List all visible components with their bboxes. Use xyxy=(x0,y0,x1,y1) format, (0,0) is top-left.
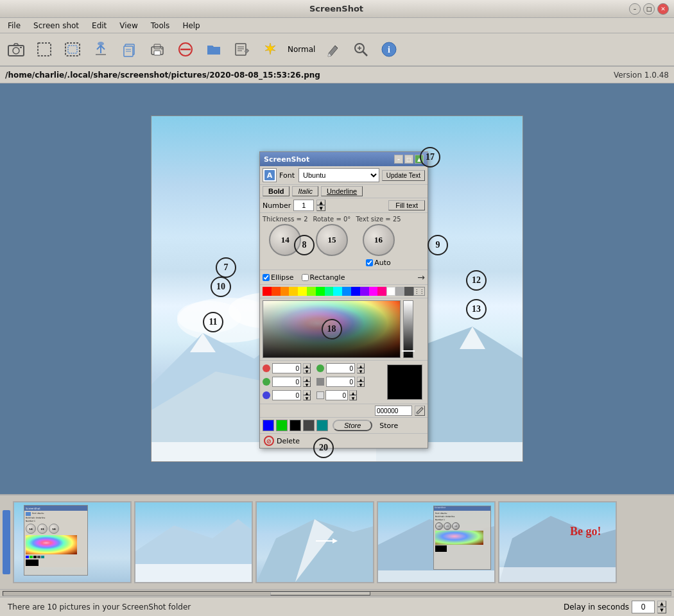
swatch-pure-blue[interactable] xyxy=(351,287,360,296)
ellipse-checkbox[interactable] xyxy=(263,274,270,281)
swatch-cyan[interactable] xyxy=(333,287,342,296)
delay-up-button[interactable]: ▲ xyxy=(657,601,666,607)
thumbnail-1[interactable]: ScreenShot Font Ubuntu Bold Italic Under… xyxy=(13,501,132,583)
hex-color-input[interactable]: 000000 xyxy=(375,406,412,416)
menu-file[interactable]: File xyxy=(3,20,26,31)
rectangle-checkbox[interactable] xyxy=(302,274,309,281)
delay-input[interactable] xyxy=(632,601,655,613)
maximize-button[interactable]: □ xyxy=(643,3,655,15)
highlight-tool-button[interactable] xyxy=(257,36,284,63)
menu-screenshot[interactable]: Screen shot xyxy=(28,20,84,31)
thumbnail-4[interactable]: ScreenShot Font Ubuntu Bold Italic Under… xyxy=(377,501,496,583)
upload-tool-button[interactable] xyxy=(87,36,114,63)
delay-down-button[interactable]: ▼ xyxy=(657,607,666,613)
alpha3-input[interactable] xyxy=(325,390,348,400)
zoom-tool-button[interactable] xyxy=(347,36,374,63)
blue-up[interactable]: ▲ xyxy=(303,390,311,395)
swatch-yellow-green[interactable] xyxy=(307,287,316,296)
alpha3-up[interactable]: ▲ xyxy=(349,390,357,395)
alpha1-down[interactable]: ▼ xyxy=(357,368,365,373)
quick-swatch-blue[interactable] xyxy=(263,420,274,431)
number-up-button[interactable]: ▲ xyxy=(316,200,325,205)
menu-help[interactable]: Help xyxy=(177,20,205,31)
swatch-red-orange[interactable] xyxy=(272,287,281,296)
close-button[interactable]: ✕ xyxy=(657,3,669,15)
print-tool-button[interactable] xyxy=(144,36,171,63)
alpha1-up[interactable]: ▲ xyxy=(357,363,365,368)
swatch-yellow[interactable] xyxy=(289,287,298,296)
alpha3-down[interactable]: ▼ xyxy=(349,395,357,400)
number-down-button[interactable]: ▼ xyxy=(316,205,325,211)
font-icon-button[interactable]: A xyxy=(263,168,277,182)
number-input[interactable] xyxy=(293,200,314,211)
dialog-close-button[interactable]: ▲ xyxy=(415,155,424,164)
thumbnail-5[interactable]: Be go! xyxy=(498,501,617,583)
dialog-maximize-button[interactable]: □ xyxy=(404,155,413,164)
thickness-knob[interactable]: 14 xyxy=(269,224,301,256)
brightness-bar[interactable] xyxy=(403,300,413,358)
bold-button[interactable]: Bold xyxy=(263,186,289,196)
blue-input[interactable] xyxy=(272,390,301,400)
red-input[interactable]: 0 xyxy=(272,363,301,373)
swatch-green[interactable] xyxy=(316,287,325,296)
info-tool-button[interactable]: i xyxy=(376,36,402,63)
quick-swatch-black[interactable] xyxy=(289,420,301,431)
dialog-title-bar: ScreenShot – □ ▲ xyxy=(260,152,428,166)
swatch-magenta[interactable] xyxy=(369,287,378,296)
minimize-button[interactable]: – xyxy=(629,3,641,15)
swatch-rose[interactable] xyxy=(377,287,386,296)
menu-view[interactable]: View xyxy=(114,20,143,31)
swatch-blue[interactable] xyxy=(342,287,351,296)
auto-checkbox[interactable] xyxy=(366,259,373,266)
alpha2-up[interactable]: ▲ xyxy=(357,377,365,382)
folder-tool-button[interactable] xyxy=(200,36,227,63)
font-select[interactable]: Ubuntu xyxy=(298,168,379,182)
red-up[interactable]: ▲ xyxy=(303,363,311,368)
dialog-minimize-button[interactable]: – xyxy=(394,155,403,164)
green-down[interactable]: ▼ xyxy=(303,382,311,387)
swatch-violet[interactable] xyxy=(360,287,369,296)
edit-tool-button[interactable] xyxy=(229,36,255,63)
alpha2-input[interactable] xyxy=(326,377,355,387)
update-text-button[interactable]: Update Text xyxy=(382,170,425,181)
blue-down[interactable]: ▼ xyxy=(303,395,311,400)
thumbnail-scrollbar[interactable] xyxy=(3,591,671,596)
cancel-tool-button[interactable] xyxy=(172,36,199,63)
red-down[interactable]: ▼ xyxy=(303,368,311,373)
quick-swatch-dark-gray[interactable] xyxy=(303,420,315,431)
rect-select-tool-button[interactable] xyxy=(31,36,58,63)
rotate-knob[interactable]: 15 xyxy=(316,224,348,256)
color-gradient-picker[interactable]: 18 xyxy=(263,300,401,358)
edit-icon xyxy=(233,40,251,58)
alpha1-input[interactable] xyxy=(326,363,355,373)
delete-label[interactable]: Delete xyxy=(277,437,300,445)
window-select-tool-button[interactable] xyxy=(59,36,86,63)
alpha2-down[interactable]: ▼ xyxy=(357,382,365,387)
green-up[interactable]: ▲ xyxy=(303,377,311,382)
store-button[interactable]: Store xyxy=(333,420,372,431)
underline-button[interactable]: Underline xyxy=(321,186,363,196)
swatch-red[interactable] xyxy=(263,287,272,296)
eyedropper-button[interactable] xyxy=(415,406,425,416)
draw-pencil-button[interactable] xyxy=(319,36,346,63)
green-input[interactable] xyxy=(272,377,301,387)
textsize-knob[interactable]: 16 xyxy=(363,224,395,256)
swatches-grid-button[interactable]: ⋮⋮ xyxy=(413,287,425,296)
menu-edit[interactable]: Edit xyxy=(87,20,112,31)
menu-tools[interactable]: Tools xyxy=(146,20,175,31)
fill-text-button[interactable]: Fill text xyxy=(388,200,425,210)
swatch-white[interactable] xyxy=(386,287,395,296)
swatch-gray[interactable] xyxy=(395,287,404,296)
copy-tool-button[interactable] xyxy=(116,36,143,63)
quick-swatch-green[interactable] xyxy=(276,420,288,431)
thumbnail-3[interactable] xyxy=(255,501,374,583)
swatch-spring-green[interactable] xyxy=(325,287,334,296)
swatch-orange[interactable] xyxy=(281,287,289,296)
italic-button[interactable]: Italic xyxy=(292,186,318,196)
thumbnail-2[interactable] xyxy=(134,501,253,583)
quick-swatch-teal[interactable] xyxy=(316,420,328,431)
swatch-dark-gray[interactable] xyxy=(404,287,413,296)
camera-tool-button[interactable] xyxy=(3,36,30,63)
scrollbar-thumb[interactable] xyxy=(270,592,370,595)
swatch-bright-yellow[interactable] xyxy=(298,287,307,296)
